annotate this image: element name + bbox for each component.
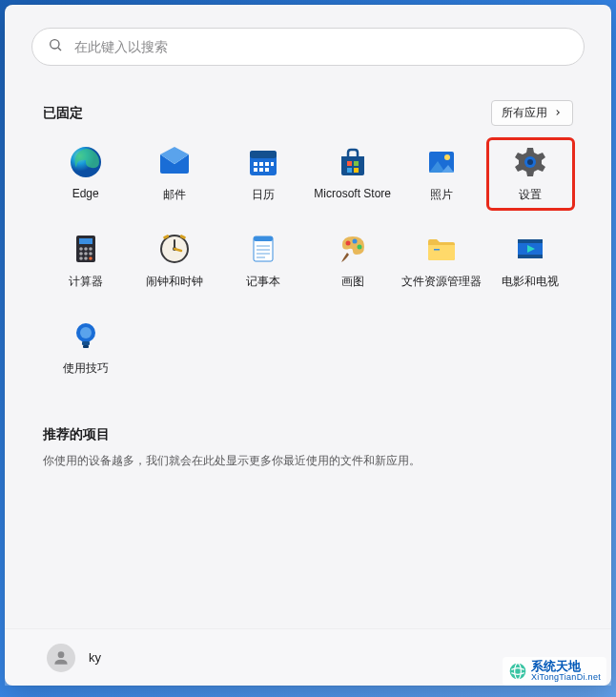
lightbulb-icon	[69, 318, 103, 353]
folder-icon	[424, 232, 459, 266]
app-label: 使用技巧	[63, 360, 109, 377]
app-label: 邮件	[163, 187, 186, 203]
svg-rect-17	[354, 161, 359, 166]
svg-rect-60	[83, 345, 89, 348]
store-icon	[336, 145, 370, 179]
edge-icon	[69, 145, 103, 179]
svg-point-32	[84, 252, 88, 256]
svg-rect-54	[518, 239, 543, 243]
svg-rect-44	[254, 236, 273, 241]
app-mail[interactable]: 邮件	[132, 139, 216, 209]
recommended-empty-text: 你使用的设备越多，我们就会在此处显示更多你最近使用的文件和新应用。	[43, 453, 573, 469]
pinned-header: 已固定 所有应用	[43, 100, 573, 126]
app-paint[interactable]: 画图	[310, 226, 395, 296]
svg-rect-10	[259, 162, 263, 166]
app-label: 电影和电视	[502, 274, 559, 290]
app-label: 画图	[341, 274, 364, 290]
photos-icon	[424, 145, 459, 179]
clock-icon	[157, 232, 192, 266]
svg-point-61	[58, 651, 65, 658]
svg-point-35	[84, 256, 88, 260]
app-label: 日历	[252, 187, 275, 203]
app-label: 记事本	[246, 274, 280, 290]
svg-point-33	[89, 252, 92, 256]
username[interactable]: ky	[89, 650, 101, 665]
calculator-icon	[69, 232, 103, 266]
watermark: 系统天地 XiTongTianDi.net	[503, 657, 606, 686]
person-icon	[51, 648, 71, 667]
svg-point-21	[444, 154, 450, 160]
chevron-right-icon	[553, 107, 563, 120]
mail-icon	[157, 145, 192, 179]
svg-point-0	[51, 40, 59, 49]
svg-point-36	[89, 256, 92, 260]
svg-point-58	[80, 327, 92, 338]
svg-rect-15	[265, 168, 269, 172]
app-tips[interactable]: 使用技巧	[43, 313, 128, 382]
svg-point-25	[527, 159, 533, 165]
svg-rect-59	[82, 341, 90, 345]
app-edge[interactable]: Edge	[43, 139, 128, 209]
svg-rect-12	[271, 162, 274, 166]
svg-rect-18	[347, 168, 352, 173]
app-clock[interactable]: 闹钟和时钟	[132, 226, 216, 296]
svg-rect-9	[254, 162, 257, 166]
calendar-icon	[246, 145, 280, 179]
svg-line-1	[58, 48, 61, 51]
recommended-section: 推荐的项目 你使用的设备越多，我们就会在此处显示更多你最近使用的文件和新应用。	[43, 426, 573, 469]
app-label: 设置	[519, 187, 542, 203]
user-avatar[interactable]	[47, 644, 75, 672]
svg-rect-8	[250, 151, 277, 158]
app-photos[interactable]: 照片	[399, 139, 483, 209]
content-area: 已固定 所有应用 Edge 邮件	[5, 83, 611, 628]
svg-point-51	[357, 245, 361, 250]
svg-rect-55	[518, 255, 543, 258]
paint-icon	[336, 232, 370, 266]
search-input[interactable]	[74, 39, 568, 54]
svg-rect-27	[79, 238, 92, 244]
search-bar[interactable]	[31, 28, 585, 66]
svg-point-50	[352, 239, 357, 244]
app-label: 闹钟和时钟	[146, 274, 203, 290]
svg-point-30	[89, 247, 92, 251]
all-apps-label: 所有应用	[502, 105, 547, 121]
svg-rect-16	[347, 161, 352, 166]
app-calculator[interactable]: 计算器	[43, 226, 128, 296]
app-label: 照片	[430, 187, 453, 203]
app-settings[interactable]: 设置	[488, 139, 573, 209]
watermark-sub: XiTongTianDi.net	[531, 673, 601, 683]
svg-rect-13	[254, 168, 257, 172]
svg-point-62	[510, 664, 526, 680]
search-icon	[48, 37, 63, 56]
movies-icon	[513, 232, 547, 266]
app-label: 文件资源管理器	[401, 274, 482, 290]
svg-point-31	[79, 252, 83, 256]
svg-point-29	[84, 247, 88, 251]
svg-point-28	[79, 247, 83, 251]
app-store[interactable]: Microsoft Store	[310, 139, 395, 209]
app-notepad[interactable]: 记事本	[221, 226, 306, 296]
svg-rect-11	[265, 162, 269, 166]
svg-point-34	[79, 256, 83, 260]
pinned-app-grid: Edge 邮件 日历 Microsoft Store	[43, 139, 573, 382]
gear-icon	[513, 145, 547, 179]
start-menu: 已固定 所有应用 Edge 邮件	[5, 5, 611, 686]
globe-icon	[508, 662, 527, 681]
svg-rect-19	[354, 168, 359, 173]
pinned-title: 已固定	[43, 105, 83, 122]
app-explorer[interactable]: 文件资源管理器	[399, 226, 483, 296]
app-label: 计算器	[69, 274, 103, 290]
all-apps-button[interactable]: 所有应用	[491, 100, 573, 126]
notepad-icon	[246, 232, 280, 266]
svg-rect-52	[434, 249, 440, 251]
svg-rect-14	[259, 168, 263, 172]
watermark-main: 系统天地	[531, 660, 601, 673]
app-label: Edge	[72, 187, 99, 200]
recommended-title: 推荐的项目	[43, 426, 573, 443]
app-label: Microsoft Store	[314, 187, 391, 200]
app-movies[interactable]: 电影和电视	[488, 226, 573, 296]
svg-point-49	[345, 241, 350, 246]
app-calendar[interactable]: 日历	[221, 139, 306, 209]
